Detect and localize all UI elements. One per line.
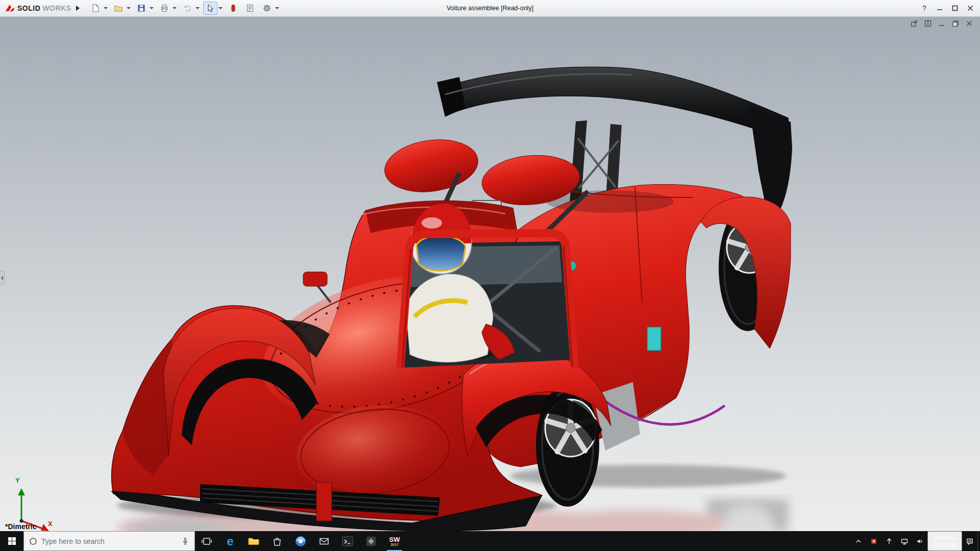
solidworks-icon-year: 2017 [390,543,399,546]
select-cursor-icon [206,4,215,13]
save-button[interactable] [134,2,149,15]
microphone-icon[interactable] [181,537,189,545]
doc-minimize-icon [938,20,945,27]
close-button[interactable] [963,0,978,16]
maximize-icon [952,5,958,11]
quick-toolbar [88,2,282,15]
taskbar-app-button[interactable] [359,531,383,551]
chevron-up-icon [854,537,863,545]
view-orientation-label: *Dimetric [5,522,36,531]
document-window-controls [910,19,974,28]
taskbar-file-explorer-button[interactable] [242,531,265,551]
taskbar-solidworks-button[interactable]: SW 2017 [383,531,406,551]
task-view-icon [201,536,212,547]
show-desktop-strip[interactable] [977,531,980,551]
taskbar-terminal-button[interactable] [336,531,359,551]
maximize-button[interactable] [947,0,963,16]
dock-pane-icon [924,20,932,27]
options-gear-icon [262,4,272,13]
solidworks-logo: SOLIDWORKS [2,4,74,13]
undo-arrow-icon [183,4,192,13]
window-controls: ? [917,0,978,16]
dropdown-caret[interactable] [173,7,177,9]
options-button[interactable] [260,2,274,15]
edge-icon: e [227,535,233,547]
browser-icon [295,535,307,547]
triad-x-label: X [48,520,53,528]
grille-center-pillar [316,482,332,521]
clock-date: 7/11/2018 [933,541,957,548]
cortana-icon [29,537,37,545]
clock-time: 2:58 PM [934,534,955,541]
doc-restore-button[interactable] [951,19,960,28]
action-center-button[interactable] [962,531,977,551]
solidworks-icon-label: SW [389,536,400,543]
dropdown-caret[interactable] [104,7,108,9]
minimize-button[interactable] [932,0,947,16]
windows-taskbar: e SW 2017 [0,531,980,551]
viewport-canvas[interactable] [0,17,980,531]
triad-y-label: Y [15,477,20,484]
solidworks-icon: SW 2017 [389,536,400,546]
taskbar-clock[interactable]: 2:58 PM 7/11/2018 [927,531,962,551]
printer-icon [160,4,169,13]
menu-expand-arrow[interactable] [74,3,81,14]
taskbar-mail-button[interactable] [312,531,336,551]
doc-restore-icon [952,20,959,27]
dropdown-caret[interactable] [127,7,131,9]
network-button[interactable] [897,531,912,551]
dropdown-caret[interactable] [218,7,223,9]
chevron-right-icon [76,6,80,11]
store-icon [272,536,283,547]
start-button[interactable] [0,531,23,551]
titlebar: SOLIDWORKS [0,0,980,17]
action-center-icon [966,537,974,545]
doc-close-icon [966,20,973,27]
volume-icon [916,537,924,545]
windows-logo-icon [8,537,16,545]
hidden-icons-button[interactable] [851,531,866,551]
rebuild-button[interactable] [226,2,240,15]
undo-button[interactable] [180,2,194,15]
new-document-icon [91,4,100,13]
file-explorer-icon [248,535,260,547]
brand-text-bold: SOLID [17,4,40,12]
new-document-button[interactable] [88,2,103,15]
print-button[interactable] [157,2,172,15]
volume-button[interactable] [912,531,927,551]
tray-app-button[interactable] [866,531,881,551]
graphics-viewport[interactable]: Y X *Dimetric [0,17,980,531]
search-input[interactable] [41,537,177,545]
task-view-button[interactable] [195,531,218,551]
brand-text-light: WORKS [42,4,71,12]
arrow-up-icon [885,537,893,545]
terminal-icon [341,535,354,547]
doc-minimize-button[interactable] [937,19,946,28]
file-properties-button[interactable] [243,2,257,15]
taskbar-browser-button[interactable] [289,531,312,551]
taskbar-search[interactable] [23,531,195,551]
panel-collapse-handle[interactable] [0,271,5,285]
help-button[interactable]: ? [917,0,932,16]
taskbar-edge-button[interactable]: e [218,531,242,551]
ds-logo-icon [5,4,15,13]
app-dark-icon [365,535,377,547]
dock-pane-button[interactable] [923,19,933,28]
window-title: Voiture assemblee [Read-only] [447,5,533,12]
dropdown-caret[interactable] [150,7,154,9]
select-tool-button[interactable] [203,2,217,15]
open-button[interactable] [111,2,126,15]
float-pane-button[interactable] [910,19,919,28]
tray-app-icon [870,537,878,545]
tray-arrow-button[interactable] [881,531,897,551]
side-mirror [303,272,327,286]
open-folder-icon [114,4,123,13]
doc-close-button[interactable] [965,19,974,28]
dropdown-caret[interactable] [195,7,200,9]
mail-icon [318,536,330,547]
float-pane-icon [911,20,918,27]
helmet-visor [416,236,465,271]
dropdown-caret[interactable] [275,7,279,9]
taskbar-store-button[interactable] [265,531,289,551]
file-properties-icon [246,4,255,13]
